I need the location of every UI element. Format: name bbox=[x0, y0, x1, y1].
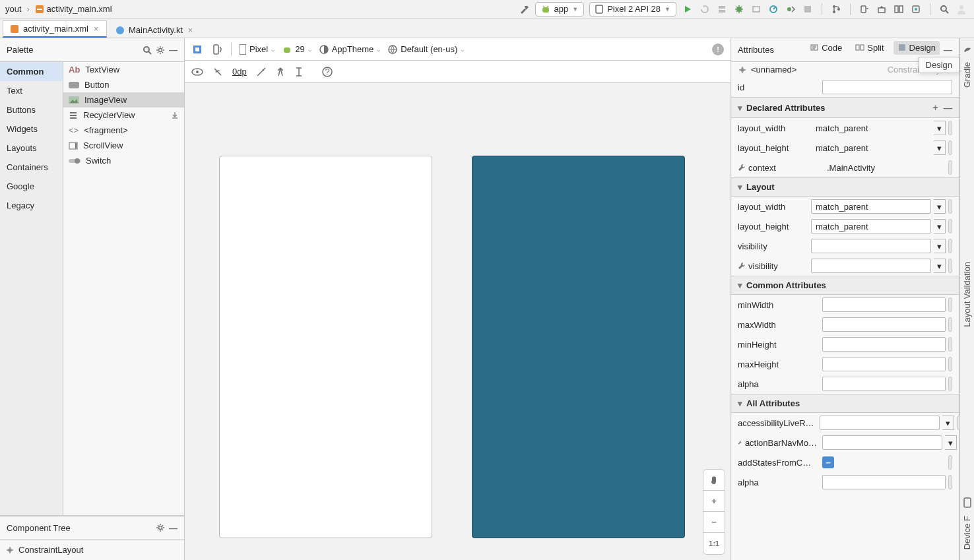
chevron-down-icon[interactable]: ▾ bbox=[934, 259, 946, 273]
attr-flag[interactable] bbox=[948, 357, 952, 371]
orientation-toggle-icon[interactable] bbox=[211, 44, 223, 55]
editor-tab-main-activity[interactable]: MainActivity.kt × bbox=[108, 22, 201, 38]
palette-cat-common[interactable]: Common bbox=[0, 62, 63, 81]
attr-flag[interactable] bbox=[948, 455, 952, 470]
attr-flag[interactable] bbox=[948, 317, 952, 332]
palette-cat-containers[interactable]: Containers bbox=[0, 158, 63, 177]
palette-cat-layouts[interactable]: Layouts bbox=[0, 139, 63, 158]
attr-layout-width-input[interactable] bbox=[811, 199, 931, 214]
attr-flag[interactable] bbox=[948, 377, 952, 391]
gear-icon[interactable] bbox=[156, 46, 165, 55]
chevron-down-icon[interactable]: ▾ bbox=[934, 219, 946, 233]
profiler-icon[interactable] bbox=[767, 3, 779, 15]
debug-icon[interactable] bbox=[733, 3, 745, 15]
toolwindow-layout-validation[interactable]: Layout Validation bbox=[962, 255, 972, 334]
locale-select[interactable]: Default (en-us)⌵ bbox=[388, 44, 464, 54]
default-margin[interactable]: 0dp bbox=[232, 67, 247, 77]
device-type-select[interactable]: Pixel⌵ bbox=[240, 44, 275, 55]
view-mode-design[interactable]: Design bbox=[893, 41, 940, 55]
attr-declared-context-input[interactable] bbox=[822, 160, 946, 175]
attr-layout-visibility-input[interactable] bbox=[811, 239, 931, 253]
attr-flag[interactable] bbox=[948, 239, 952, 253]
zoom-reset[interactable]: 1:1 bbox=[703, 533, 725, 554]
resource-manager-icon[interactable] bbox=[893, 3, 905, 15]
remove-attribute-icon[interactable]: — bbox=[944, 103, 952, 113]
attr-declared-layout-width-input[interactable] bbox=[811, 121, 931, 135]
coverage-icon[interactable] bbox=[750, 3, 762, 15]
run-config-select[interactable]: app ▼ bbox=[535, 2, 585, 16]
run-icon[interactable] bbox=[682, 3, 694, 15]
apply-changes-icon[interactable] bbox=[699, 3, 711, 15]
palette-item-textview[interactable]: AbTextView bbox=[63, 62, 184, 77]
avd-manager-icon[interactable] bbox=[859, 3, 870, 15]
collapse-icon[interactable]: — bbox=[169, 523, 178, 533]
search-everywhere-icon[interactable] bbox=[938, 3, 950, 15]
search-icon[interactable] bbox=[143, 46, 152, 55]
palette-item-recyclerview[interactable]: RecyclerView bbox=[63, 108, 184, 123]
tree-node-root[interactable]: ConstraintLayout bbox=[5, 544, 179, 556]
section-layout[interactable]: ▾Layout bbox=[731, 177, 959, 197]
attr-minheight-input[interactable] bbox=[822, 337, 946, 352]
attr-flag[interactable] bbox=[948, 259, 952, 273]
view-options-icon[interactable] bbox=[191, 68, 203, 76]
chevron-down-icon[interactable]: ▾ bbox=[942, 416, 954, 430]
palette-cat-legacy[interactable]: Legacy bbox=[0, 196, 63, 215]
clear-constraints-icon[interactable] bbox=[256, 67, 267, 77]
autoconnect-toggle-icon[interactable] bbox=[212, 67, 223, 77]
api-level-select[interactable]: 29⌵ bbox=[282, 44, 311, 54]
pan-tool[interactable] bbox=[703, 470, 725, 491]
apply-code-changes-icon[interactable] bbox=[716, 3, 728, 15]
theme-select[interactable]: AppTheme⌵ bbox=[319, 44, 381, 54]
view-mode-code[interactable]: Code bbox=[806, 41, 846, 55]
section-common[interactable]: ▾Common Attributes bbox=[731, 276, 959, 295]
view-mode-split[interactable]: Split bbox=[851, 41, 888, 55]
zoom-in[interactable]: + bbox=[703, 491, 725, 512]
attr-layout-visibility-tools-input[interactable] bbox=[811, 259, 931, 273]
palette-cat-buttons[interactable]: Buttons bbox=[0, 100, 63, 119]
surface-select-icon[interactable] bbox=[191, 44, 203, 55]
attr-maxheight-input[interactable] bbox=[822, 357, 946, 371]
attr-flag[interactable] bbox=[948, 337, 952, 352]
download-icon[interactable] bbox=[171, 111, 179, 119]
collapse-icon[interactable]: — bbox=[169, 45, 178, 55]
attr-flag[interactable] bbox=[948, 160, 952, 175]
attr-flag[interactable] bbox=[948, 297, 952, 312]
infer-constraints-icon[interactable] bbox=[276, 67, 285, 77]
collapse-icon[interactable]: — bbox=[944, 45, 952, 55]
attr-id-input[interactable] bbox=[822, 80, 952, 94]
chevron-down-icon[interactable]: ▾ bbox=[934, 140, 946, 155]
design-preview-blueprint-off[interactable] bbox=[219, 156, 432, 538]
attr-all-2-input[interactable] bbox=[822, 435, 942, 450]
palette-item-switch[interactable]: Switch bbox=[63, 153, 184, 168]
zoom-out[interactable]: − bbox=[703, 512, 725, 533]
gear-icon[interactable] bbox=[156, 523, 165, 532]
sdk-manager-icon[interactable] bbox=[876, 3, 888, 15]
attr-flag[interactable] bbox=[948, 121, 952, 135]
attr-minwidth-input[interactable] bbox=[822, 297, 946, 312]
attr-flag[interactable] bbox=[948, 199, 952, 214]
palette-item-scrollview[interactable]: ScrollView bbox=[63, 138, 184, 153]
attr-alpha-input[interactable] bbox=[822, 377, 946, 391]
palette-item-fragment[interactable]: <><fragment> bbox=[63, 123, 184, 138]
chevron-down-icon[interactable]: ▾ bbox=[934, 199, 946, 214]
attr-all-alpha-input[interactable] bbox=[822, 475, 946, 489]
user-avatar-icon[interactable] bbox=[956, 3, 967, 15]
attr-flag[interactable] bbox=[948, 219, 952, 233]
palette-item-imageview[interactable]: ImageView bbox=[63, 92, 184, 108]
issues-icon[interactable]: ! bbox=[712, 44, 724, 55]
attr-flag[interactable] bbox=[948, 475, 952, 489]
stop-icon[interactable] bbox=[802, 3, 814, 15]
hammer-build-icon[interactable] bbox=[518, 3, 530, 15]
toolwindow-gradle[interactable]: Gradle bbox=[962, 42, 972, 94]
help-icon[interactable]: ? bbox=[322, 67, 333, 77]
sync-project-icon[interactable] bbox=[910, 3, 922, 15]
guidelines-icon[interactable] bbox=[294, 67, 304, 77]
git-branch-icon[interactable] bbox=[830, 3, 842, 15]
chevron-down-icon[interactable]: ▾ bbox=[945, 435, 957, 450]
editor-tab-activity-main[interactable]: activity_main.xml × bbox=[3, 20, 107, 38]
palette-cat-google[interactable]: Google bbox=[0, 177, 63, 196]
attr-layout-height-input[interactable] bbox=[811, 219, 931, 233]
device-select[interactable]: Pixel 2 API 28 ▼ bbox=[589, 2, 676, 16]
close-icon[interactable]: × bbox=[187, 26, 194, 35]
palette-cat-text[interactable]: Text bbox=[0, 81, 63, 100]
